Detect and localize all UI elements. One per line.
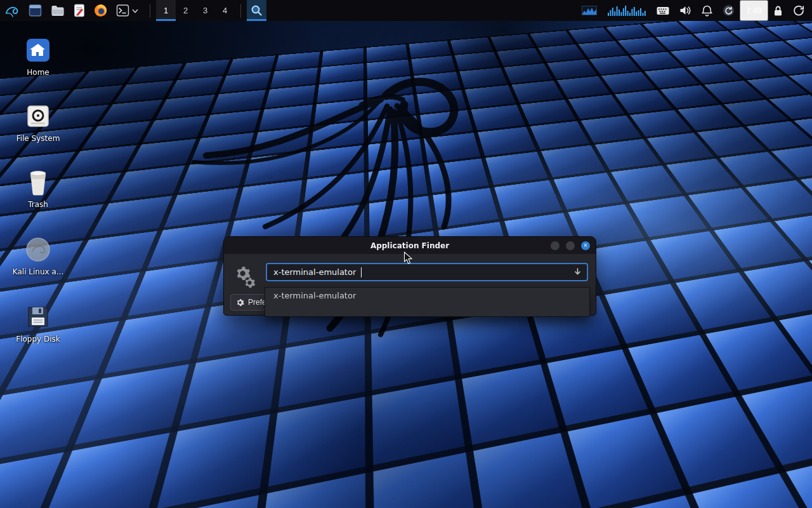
desktop-icon-label: Kali Linux a...: [13, 267, 63, 276]
updates-plugin[interactable]: [717, 0, 740, 21]
launcher-file-manager[interactable]: [46, 0, 69, 21]
cpu-graph-plugin[interactable]: [577, 0, 602, 21]
kali-docs-icon: [25, 236, 51, 263]
workspace-button-1[interactable]: 1: [156, 0, 176, 21]
filesystem-icon: [25, 103, 51, 130]
updates-icon: [723, 4, 735, 17]
workspace-button-4[interactable]: 4: [215, 0, 235, 21]
desktop-icon-trash[interactable]: Trash: [5, 168, 71, 209]
chevron-down-icon: [132, 8, 138, 13]
search-input-value: x-terminal-emulator: [273, 267, 356, 277]
notifications-plugin[interactable]: [697, 0, 717, 21]
home-icon: [25, 37, 51, 64]
floppy-icon: [25, 304, 51, 330]
session-logout-plugin[interactable]: [788, 0, 812, 21]
completion-item[interactable]: x-terminal-emulator: [265, 288, 589, 304]
top-panel: 1 2 3 4: [0, 0, 812, 21]
workspace-label: 4: [223, 6, 227, 15]
workspace-label: 1: [164, 6, 168, 15]
maximize-button[interactable]: [566, 241, 575, 250]
launcher-window-manager[interactable]: [24, 0, 46, 21]
desktop-icon-label: Trash: [28, 200, 48, 209]
trash-icon: [25, 168, 51, 196]
desktop-icon-floppy[interactable]: Floppy Disk: [5, 302, 71, 344]
workspace-label: 2: [183, 6, 188, 15]
window-title: Application Finder: [224, 241, 596, 250]
volume-plugin[interactable]: [674, 0, 697, 21]
panel-separator: [150, 4, 150, 18]
audio-spectrum-icon: [607, 5, 646, 16]
desktop-icon-label: File System: [16, 134, 60, 143]
close-button[interactable]: ×: [581, 241, 590, 250]
launcher-text-editor[interactable]: [69, 0, 89, 21]
screen-lock-plugin[interactable]: [768, 0, 788, 21]
logout-icon: [793, 5, 804, 17]
panel-separator: [240, 4, 241, 18]
workspace-button-3[interactable]: 3: [195, 0, 215, 21]
keyboard-layout-plugin[interactable]: [652, 0, 674, 21]
minimize-button[interactable]: [551, 241, 560, 250]
firefox-icon: [94, 4, 107, 17]
application-finder-gears-icon: [232, 264, 261, 293]
clock[interactable]: 7:49: [740, 0, 768, 21]
workspace-label: 3: [203, 6, 207, 15]
launcher-terminal[interactable]: [112, 0, 144, 21]
applications-menu-button[interactable]: [0, 0, 24, 21]
desktop-icon-kali-docs[interactable]: Kali Linux a...: [5, 235, 71, 276]
desktop-icon-filesystem[interactable]: File System: [5, 102, 71, 143]
audio-spectrum-plugin[interactable]: [602, 0, 652, 21]
mouse-cursor: [403, 251, 413, 265]
gear-icon: [236, 298, 244, 307]
desktop-icon-label: Home: [27, 68, 49, 77]
desktop-root: 1 2 3 4: [0, 0, 812, 508]
desktop-icon-home[interactable]: Home: [5, 36, 71, 77]
kali-logo-icon: [4, 4, 20, 18]
terminal-icon: [116, 4, 129, 17]
completion-popup: x-terminal-emulator: [265, 287, 590, 317]
workspace-button-2[interactable]: 2: [176, 0, 195, 21]
lock-icon: [773, 5, 783, 17]
application-finder-taskbar-button[interactable]: [247, 0, 266, 21]
close-icon: ×: [584, 243, 587, 249]
clock-text: 7:49: [746, 6, 762, 15]
magnifier-icon: [251, 4, 263, 17]
combo-dropdown-arrow-icon[interactable]: [573, 267, 582, 276]
text-editor-icon: [74, 4, 85, 17]
keyboard-icon: [657, 6, 669, 15]
search-input[interactable]: x-terminal-emulator: [266, 263, 588, 281]
cpu-graph-icon: [582, 6, 597, 15]
launcher-firefox[interactable]: [89, 0, 112, 21]
file-manager-icon: [51, 4, 65, 17]
window-manager-icon: [29, 4, 42, 17]
volume-icon: [679, 5, 691, 16]
desktop-icon-label: Floppy Disk: [16, 335, 60, 344]
text-caret: [361, 267, 362, 277]
notifications-icon: [702, 5, 712, 17]
